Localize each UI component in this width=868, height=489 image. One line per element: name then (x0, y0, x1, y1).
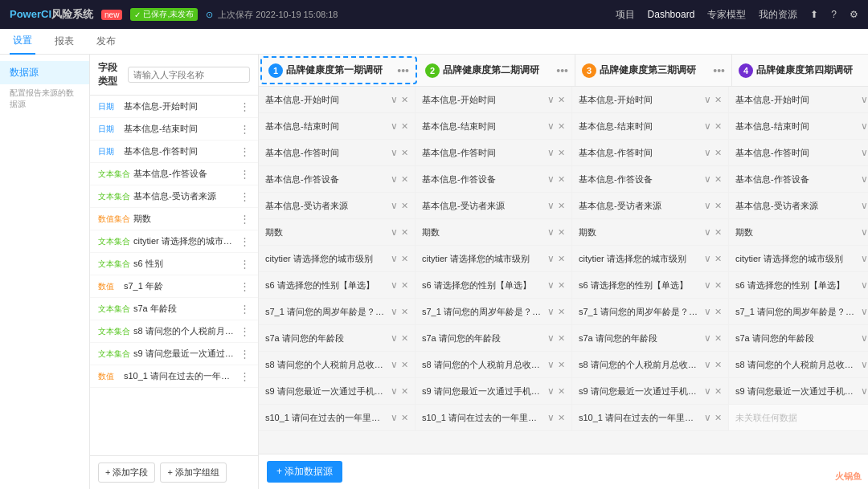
remove-icon[interactable]: ✕ (714, 95, 722, 105)
cell-text[interactable]: 基本信息-作答设备 (422, 173, 544, 185)
chevron-down-icon[interactable]: ∨ (547, 332, 555, 344)
chevron-down-icon[interactable]: ∨ (861, 94, 868, 105)
field-options-icon[interactable]: ⋮ (240, 123, 250, 135)
remove-icon[interactable]: ✕ (401, 413, 408, 423)
cell-text[interactable]: 基本信息-作答时间 (735, 147, 858, 159)
field-options-icon[interactable]: ⋮ (240, 258, 250, 270)
chevron-down-icon[interactable]: ∨ (547, 306, 555, 317)
remove-icon[interactable]: ✕ (401, 360, 408, 370)
remove-icon[interactable]: ✕ (558, 307, 565, 317)
remove-icon[interactable]: ✕ (558, 386, 565, 397)
survey-options-icon[interactable]: ••• (713, 64, 725, 77)
chevron-down-icon[interactable]: ∨ (704, 173, 711, 185)
cell-text[interactable]: 基本信息-受访者来源 (422, 200, 544, 212)
cell-text[interactable]: 基本信息-受访者来源 (265, 200, 387, 212)
cell-text[interactable]: 基本信息-受访者来源 (735, 200, 858, 212)
chevron-down-icon[interactable]: ∨ (547, 279, 555, 291)
chevron-down-icon[interactable]: ∨ (704, 94, 711, 105)
help-icon[interactable]: ? (831, 9, 837, 20)
cell-text[interactable]: 基本信息-开始时间 (265, 94, 387, 106)
cell-text[interactable]: citytier 请选择您的城市级别 (422, 253, 544, 265)
cell-text[interactable]: s10_1 请问在过去的一年里，平... (265, 412, 387, 424)
chevron-down-icon[interactable]: ∨ (547, 385, 555, 397)
cell-text[interactable]: s7_1 请问您的周岁年龄是？（... (735, 306, 858, 318)
cell-text[interactable]: s7a 请问您的年龄段 (265, 332, 387, 344)
cell-text[interactable]: s6 请选择您的性别【单选】 (579, 279, 701, 291)
chevron-down-icon[interactable]: ∨ (704, 412, 711, 423)
field-options-icon[interactable]: ⋮ (240, 303, 250, 315)
cell-text[interactable]: 期数 (422, 226, 544, 238)
cell-text[interactable]: s9 请问您最近一次通过手机端... (422, 385, 544, 397)
chevron-down-icon[interactable]: ∨ (391, 279, 398, 291)
remove-icon[interactable]: ✕ (401, 95, 408, 105)
remove-icon[interactable]: ✕ (714, 174, 722, 185)
remove-icon[interactable]: ✕ (558, 148, 565, 158)
search-input[interactable] (128, 67, 250, 83)
cell-text[interactable]: 基本信息-作答设备 (579, 173, 701, 185)
chevron-down-icon[interactable]: ∨ (704, 253, 711, 264)
chevron-down-icon[interactable]: ∨ (704, 200, 711, 211)
remove-icon[interactable]: ✕ (714, 333, 722, 344)
survey-col[interactable]: 3 品牌健康度第三期调研 ••• (575, 55, 732, 86)
field-options-icon[interactable]: ⋮ (240, 280, 250, 292)
remove-icon[interactable]: ✕ (558, 413, 565, 423)
remove-icon[interactable]: ✕ (558, 95, 565, 105)
chevron-down-icon[interactable]: ∨ (391, 226, 398, 238)
cell-text[interactable]: s7a 请问您的年龄段 (422, 332, 544, 344)
remove-icon[interactable]: ✕ (714, 227, 722, 238)
field-options-icon[interactable]: ⋮ (240, 145, 250, 157)
chevron-down-icon[interactable]: ∨ (861, 306, 868, 317)
field-options-icon[interactable]: ⋮ (240, 348, 250, 360)
field-options-icon[interactable]: ⋮ (240, 235, 250, 247)
nav-dashboard[interactable]: Dashboard (648, 9, 695, 20)
sub-nav-settings[interactable]: 设置 (10, 29, 35, 55)
chevron-down-icon[interactable]: ∨ (391, 173, 398, 185)
cell-text[interactable]: 基本信息-开始时间 (422, 94, 544, 106)
cell-text[interactable]: 基本信息-作答时间 (579, 147, 701, 159)
remove-icon[interactable]: ✕ (714, 254, 722, 264)
chevron-down-icon[interactable]: ∨ (547, 120, 555, 132)
cell-text[interactable]: 基本信息-作答设备 (265, 173, 387, 185)
chevron-down-icon[interactable]: ∨ (391, 120, 398, 132)
upload-icon[interactable]: ⬆ (810, 9, 818, 20)
chevron-down-icon[interactable]: ∨ (861, 226, 868, 238)
chevron-down-icon[interactable]: ∨ (861, 332, 868, 344)
cell-text[interactable]: 基本信息-结束时间 (579, 120, 701, 132)
sub-nav-publish[interactable]: 发布 (93, 29, 119, 55)
chevron-down-icon[interactable]: ∨ (391, 147, 398, 158)
add-datasource-button[interactable]: + 添加数据源 (267, 461, 342, 483)
cell-text[interactable]: 基本信息-结束时间 (422, 120, 544, 132)
chevron-down-icon[interactable]: ∨ (861, 120, 868, 132)
chevron-down-icon[interactable]: ∨ (704, 306, 711, 317)
remove-icon[interactable]: ✕ (558, 121, 565, 132)
chevron-down-icon[interactable]: ∨ (861, 200, 868, 211)
remove-icon[interactable]: ✕ (714, 201, 722, 211)
cell-text[interactable]: s7a 请问您的年龄段 (579, 332, 701, 344)
cell-text[interactable]: s10_1 请问在过去的一年里，平... (579, 412, 701, 424)
cell-text[interactable]: 基本信息-开始时间 (735, 94, 858, 106)
remove-icon[interactable]: ✕ (558, 201, 565, 211)
cell-text[interactable]: s9 请问您最近一次通过手机端... (579, 385, 701, 397)
nav-expert-model[interactable]: 专家模型 (707, 8, 746, 22)
remove-icon[interactable]: ✕ (401, 307, 408, 317)
chevron-down-icon[interactable]: ∨ (547, 412, 555, 423)
cell-text[interactable]: 基本信息-作答设备 (735, 173, 858, 185)
cell-text[interactable]: citytier 请选择您的城市级别 (265, 253, 387, 265)
chevron-down-icon[interactable]: ∨ (704, 279, 711, 291)
sidebar-item-config[interactable]: 配置报告来源的数据源 (0, 84, 89, 113)
cell-text[interactable]: 期数 (265, 226, 387, 238)
cell-text[interactable]: 期数 (735, 226, 858, 238)
nav-my-resources[interactable]: 我的资源 (759, 8, 797, 22)
cell-text[interactable]: 基本信息-作答时间 (265, 147, 387, 159)
remove-icon[interactable]: ✕ (401, 280, 408, 291)
cell-text[interactable]: s8 请问您的个人税前月总收入... (265, 359, 387, 371)
cell-text[interactable]: s8 请问您的个人税前月总收入... (579, 359, 701, 371)
cell-text[interactable]: s9 请问您最近一次通过手机端... (265, 385, 387, 397)
field-options-icon[interactable]: ⋮ (240, 168, 250, 180)
chevron-down-icon[interactable]: ∨ (391, 306, 398, 317)
remove-icon[interactable]: ✕ (714, 148, 722, 158)
chevron-down-icon[interactable]: ∨ (547, 94, 555, 105)
settings-icon[interactable]: ⚙ (850, 9, 858, 20)
chevron-down-icon[interactable]: ∨ (391, 200, 398, 211)
add-field-button[interactable]: + 添加字段 (98, 463, 155, 483)
